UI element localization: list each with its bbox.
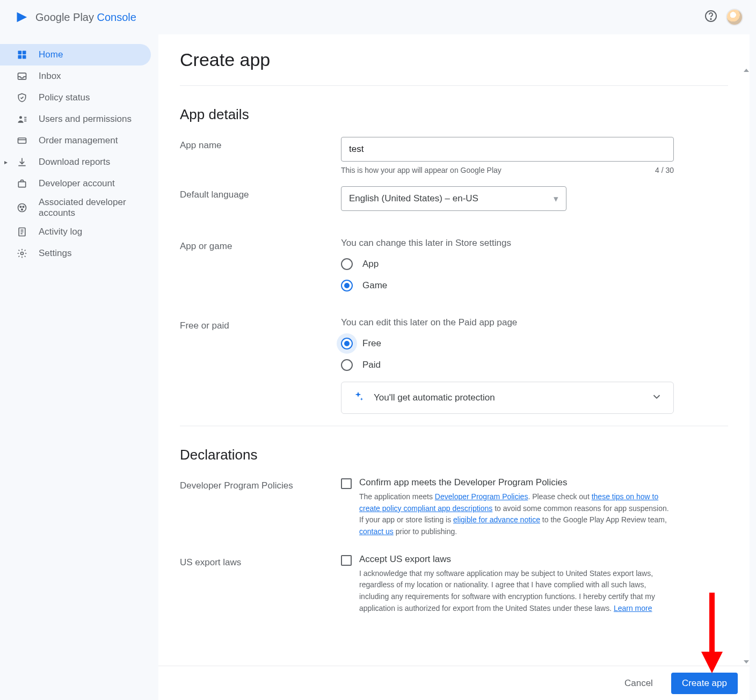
svg-rect-4 [18,55,22,59]
sidebar-item-label: Developer account [39,178,115,189]
dpp-label: Developer Program Policies [180,477,341,538]
app-or-game-label: App or game [180,238,341,301]
brand[interactable]: Google Play Console [15,10,136,25]
create-app-button[interactable]: Create app [671,673,738,694]
svg-point-15 [21,252,24,255]
sidebar-item-home[interactable]: Home [0,44,151,65]
svg-rect-2 [18,51,22,55]
radio-icon [341,338,353,349]
svg-rect-3 [23,51,26,55]
sidebar-item-dev-account[interactable]: Developer account [0,173,158,194]
briefcase-icon [16,178,28,189]
app-name-helper: This is how your app will appear on Goog… [341,166,501,174]
section-declarations: Declarations [180,447,728,463]
sidebar-item-label: Download reports [39,157,110,167]
top-bar: Google Play Console [0,0,756,34]
section-app-details: App details [180,106,728,123]
svg-point-13 [21,209,23,210]
radio-free[interactable]: Free [341,338,674,349]
export-checkbox[interactable] [341,555,352,566]
sidebar-item-label: Users and permissions [39,114,132,125]
link-advance[interactable]: eligible for advance notice [453,515,540,524]
protection-text: You'll get automatic protection [374,392,641,403]
chevron-down-icon[interactable] [651,391,663,405]
app-name-label: App name [180,137,341,174]
card-icon [16,135,28,147]
sidebar-item-users[interactable]: Users and permissions [0,108,158,130]
radio-label: Game [362,280,387,291]
sidebar-item-settings[interactable]: Settings [0,243,158,264]
dpp-title: Confirm app meets the Developer Program … [359,477,674,488]
brand-text: Google Play Console [35,11,136,24]
sparkle-icon [352,391,364,405]
sidebar-item-label: Order management [39,135,118,146]
scroll-down-icon[interactable] [744,660,749,663]
divider [180,426,728,426]
radio-game[interactable]: Game [341,280,674,291]
sidebar: Home Inbox Policy status Users and permi… [0,34,158,700]
link-learn-more[interactable]: Learn more [614,604,652,612]
sidebar-item-activity[interactable]: Activity log [0,221,158,243]
page-title: Create app [180,49,728,86]
radio-app[interactable]: App [341,258,674,270]
radio-paid[interactable]: Paid [341,359,674,371]
radio-label: Paid [362,360,381,370]
play-console-logo-icon [15,10,30,25]
free-or-paid-label: Free or paid [180,317,341,414]
svg-point-11 [20,206,21,208]
sidebar-item-label: Home [39,49,63,60]
export-desc: I acknowledge that my software applicati… [359,568,674,615]
language-value: English (United States) – en-US [349,193,478,204]
svg-rect-5 [23,55,26,59]
linked-icon [16,202,28,214]
protection-panel[interactable]: You'll get automatic protection [341,382,674,414]
svg-rect-9 [18,182,25,187]
sidebar-item-policy[interactable]: Policy status [0,87,158,108]
radio-label: Free [362,338,381,349]
app-or-game-hint: You can change this later in Store setti… [341,238,674,249]
svg-rect-8 [18,138,26,143]
help-icon[interactable] [704,10,717,25]
link-dpp[interactable]: Developer Program Policies [435,492,528,501]
scroll-up-icon[interactable] [744,69,749,72]
gear-icon [16,247,28,259]
chevron-right-icon: ▸ [4,158,8,166]
export-title: Accept US export laws [359,554,674,565]
chevron-down-icon: ▾ [554,193,558,205]
cancel-button[interactable]: Cancel [617,674,660,693]
radio-label: App [362,259,379,269]
sidebar-item-label: Policy status [39,92,90,103]
sidebar-item-label: Activity log [39,227,82,237]
sidebar-item-downloads[interactable]: ▸ Download reports [0,151,158,173]
svg-point-12 [23,206,24,208]
dashboard-icon [16,49,28,61]
inbox-icon [16,70,28,82]
people-icon [16,113,28,125]
dpp-checkbox[interactable] [341,478,352,489]
link-contact[interactable]: contact us [359,527,394,536]
dpp-desc: The application meets Developer Program … [359,491,674,538]
radio-icon [341,359,353,371]
sidebar-item-label: Associated developer accounts [39,197,130,218]
svg-point-1 [710,19,711,20]
sidebar-item-label: Settings [39,248,71,259]
language-select[interactable]: English (United States) – en-US ▾ [341,186,566,211]
sidebar-item-inbox[interactable]: Inbox [0,65,158,87]
footer-bar: Cancel Create app [158,666,750,700]
free-or-paid-hint: You can edit this later on the Paid app … [341,317,674,328]
language-label: Default language [180,186,341,211]
app-name-input[interactable] [341,137,674,162]
avatar[interactable] [726,9,743,26]
log-icon [16,226,28,238]
sidebar-item-associated[interactable]: Associated developer accounts [0,194,158,221]
download-icon [16,156,28,168]
sidebar-item-label: Inbox [39,71,61,82]
export-label: US export laws [180,554,341,615]
main-content: Create app App details App name This is … [158,34,750,700]
app-name-count: 4 / 30 [655,166,674,174]
shield-icon [16,92,28,104]
svg-point-7 [19,116,22,119]
radio-icon [341,280,353,291]
radio-icon [341,258,353,270]
sidebar-item-orders[interactable]: Order management [0,130,158,151]
